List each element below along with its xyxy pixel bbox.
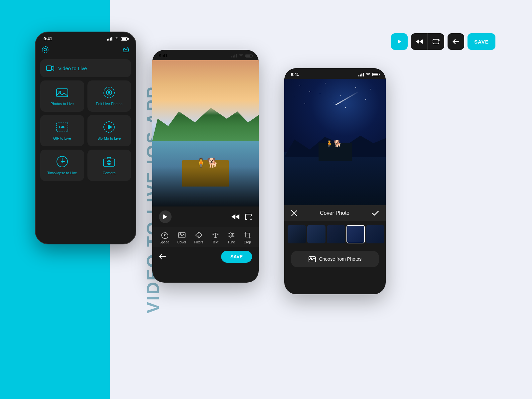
close-icon[interactable] (291, 210, 298, 216)
phone1-main-menu: 9:41 (35, 32, 136, 244)
phone2-status-bar: 9:41 (152, 50, 259, 60)
toolbar-crop[interactable]: Crop (243, 231, 251, 244)
timelapse-to-live-btn[interactable]: Time-lapse to Live (40, 150, 84, 181)
svg-point-44 (310, 258, 312, 259)
cover-icon (178, 231, 186, 239)
video-to-live-label: Video to Live (58, 66, 87, 71)
speed-label: Speed (160, 240, 169, 244)
phone2-loop-icon[interactable] (244, 213, 252, 220)
camera-btn[interactable]: Camera (87, 150, 131, 181)
phone2-play-button[interactable] (159, 210, 172, 223)
svg-rect-8 (57, 89, 68, 97)
photos-to-live-label: Photos to Live (51, 102, 74, 106)
timelapse-icon (56, 156, 68, 168)
crop-icon (243, 231, 251, 239)
phone2-save-button[interactable]: SAVE (221, 251, 252, 263)
checkmark-icon[interactable] (372, 210, 379, 216)
filmstrip-frame-1[interactable] (288, 225, 306, 243)
photos-icon (56, 86, 68, 98)
svg-marker-2 (416, 39, 419, 44)
edit-live-label: Edit Live Photos (96, 102, 123, 106)
svg-point-12 (108, 91, 110, 93)
video-to-live-btn[interactable]: Video to Live (40, 59, 131, 77)
phone2-rewind-icon[interactable] (231, 213, 239, 220)
phone2-back-icon[interactable] (159, 254, 166, 260)
phone3-cover-header: Cover Photo (284, 205, 386, 221)
phone2-status-icons (231, 54, 252, 58)
save-button[interactable]: SAVE (467, 33, 495, 50)
filmstrip-frame-2[interactable] (307, 225, 326, 243)
svg-point-5 (42, 47, 48, 53)
gif-to-live-label: GIF to Live (53, 136, 71, 140)
gif-to-live-btn[interactable]: GIF GIF to Live (40, 115, 84, 146)
gif-icon: GIF (56, 121, 68, 133)
phone2-battery-icon (245, 54, 252, 58)
tune-icon (227, 231, 235, 239)
svg-point-26 (164, 235, 165, 236)
text-icon (211, 231, 219, 239)
phone2-playback-controls (152, 206, 259, 227)
timelapse-label: Time-lapse to Live (47, 171, 77, 175)
choose-photos-label: Choose from Photos (319, 256, 362, 262)
svg-marker-23 (235, 214, 239, 219)
svg-point-28 (180, 233, 181, 235)
phone1-menu-content: Video to Live Photos to Live (36, 57, 136, 186)
phone2-signal-icon (231, 54, 237, 58)
svg-marker-16 (108, 124, 112, 130)
phone1-grid-row2: GIF GIF to Live Slo-Mo to Live (40, 115, 131, 146)
filmstrip-frame-3[interactable] (327, 225, 345, 243)
svg-point-21 (108, 162, 110, 164)
phone1-time: 9:41 (44, 36, 52, 41)
phone1-status-bar: 9:41 (36, 32, 136, 44)
phone2-play-icon (163, 214, 167, 219)
filmstrip (284, 221, 386, 247)
phone3-time: 9:41 (291, 72, 299, 77)
phone1-status-icons (107, 37, 128, 41)
phone2-bottom-bar: SAVE (152, 247, 259, 267)
phone2-editor: 9:41 🧍🐕 (152, 50, 259, 283)
toolbar-text[interactable]: Text (211, 231, 219, 244)
choose-from-photos-button[interactable]: Choose from Photos (291, 251, 379, 267)
phone2-time: 9:41 (159, 53, 168, 58)
edit-live-photos-btn[interactable]: Edit Live Photos (87, 80, 131, 112)
play-button[interactable] (391, 33, 408, 50)
tune-label: Tune (227, 240, 235, 244)
signal-icon (107, 37, 113, 41)
toolbar-tune[interactable]: Tune (227, 231, 235, 244)
filmstrip-frame-selected[interactable] (346, 225, 365, 243)
rewind-button[interactable] (411, 33, 428, 50)
slo-mo-to-live-btn[interactable]: Slo-Mo to Live (87, 115, 131, 146)
filmstrip-frame-5[interactable] (366, 225, 384, 243)
camera-label: Camera (103, 171, 116, 175)
cover-label: Cover (177, 240, 186, 244)
phone3-signal-icon (358, 73, 364, 76)
phone3-status-bar: 9:41 (284, 68, 386, 79)
choose-photos-icon (309, 255, 316, 263)
lake (152, 141, 259, 206)
text-label: Text (212, 240, 218, 244)
svg-point-37 (230, 233, 231, 234)
filters-icon (195, 231, 203, 239)
svg-point-4 (44, 48, 47, 51)
settings-icon[interactable] (42, 46, 49, 53)
person-night: 🧍🐕 (325, 140, 342, 148)
back-button[interactable] (448, 33, 464, 50)
phone1-grid-row1: Photos to Live Edit Live Photos (40, 80, 131, 112)
toolbar-filters[interactable]: Filters (194, 231, 203, 244)
video-icon (46, 65, 54, 71)
crown-icon[interactable] (122, 46, 130, 53)
phone2-photo: 🧍🐕 (152, 60, 259, 206)
slo-mo-icon (103, 121, 115, 133)
svg-point-18 (62, 161, 63, 162)
toolbar-cover[interactable]: Cover (177, 231, 186, 244)
photos-to-live-btn[interactable]: Photos to Live (40, 80, 84, 112)
phone3-status-icons (358, 73, 379, 76)
phone3-cover: 9:41 (284, 68, 386, 294)
svg-marker-1 (419, 39, 423, 44)
slo-mo-label: Slo-Mo to Live (97, 136, 121, 140)
edit-live-icon (103, 86, 115, 98)
cover-photo-title: Cover Photo (298, 210, 372, 216)
phone1-grid-row3: Time-lapse to Live Camera (40, 150, 131, 181)
toolbar-speed[interactable]: Speed (160, 231, 169, 244)
loop-button[interactable] (428, 33, 444, 50)
